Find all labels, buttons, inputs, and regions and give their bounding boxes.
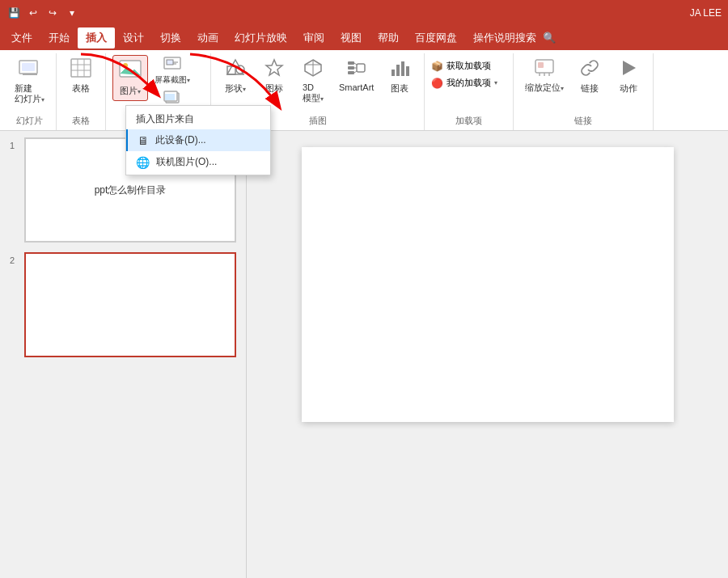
title-bar-left: 💾 ↩ ↪ ▾ xyxy=(6,6,79,20)
menu-item-review[interactable]: 审阅 xyxy=(295,27,332,49)
insert-online-picture[interactable]: 🌐 联机图片(O)... xyxy=(126,151,270,173)
insert-from-device[interactable]: 🖥 此设备(D)... xyxy=(126,129,270,151)
chart-icon xyxy=(390,58,409,81)
title-bar: 💾 ↩ ↪ ▾ JA LEE xyxy=(0,0,728,26)
svg-rect-2 xyxy=(23,74,37,75)
menu-item-view[interactable]: 视图 xyxy=(332,27,370,49)
insert-from-device-label: 此设备(D)... xyxy=(155,133,206,147)
menu-item-file[interactable]: 文件 xyxy=(3,27,40,49)
slide-number-2: 2 xyxy=(10,255,19,265)
svg-rect-36 xyxy=(538,62,544,68)
menu-item-baidu[interactable]: 百度网盘 xyxy=(407,27,465,49)
shapes-icon xyxy=(226,58,245,81)
slide-item-2[interactable]: 2 xyxy=(10,252,236,357)
icons-button[interactable]: 图标 xyxy=(256,55,292,98)
chart-button[interactable]: 图表 xyxy=(382,55,417,98)
ribbon-group-slides-buttons: 新建幻灯片▾ xyxy=(10,55,49,115)
shapes-label: 形状▾ xyxy=(225,82,246,95)
new-slide-button[interactable]: 新建幻灯片▾ xyxy=(10,55,49,108)
menu-item-slideshow[interactable]: 幻灯片放映 xyxy=(226,27,295,49)
main-slide-canvas[interactable] xyxy=(302,147,674,422)
svg-rect-11 xyxy=(167,60,173,65)
menu-item-search[interactable]: 操作说明搜索 🔍 xyxy=(465,27,564,49)
ribbon-group-slides: 新建幻灯片▾ 幻灯片 xyxy=(3,53,57,130)
zoom-button[interactable]: 缩放定位▾ xyxy=(520,55,569,96)
svg-rect-16 xyxy=(165,94,175,100)
canvas-area xyxy=(247,131,728,578)
redo-icon[interactable]: ↪ xyxy=(45,6,60,20)
new-slide-icon xyxy=(19,58,41,82)
icons-icon xyxy=(265,58,284,81)
my-addins-icon: 🔴 xyxy=(431,78,443,89)
smartart-label: SmartArt xyxy=(339,82,374,92)
svg-line-30 xyxy=(354,71,357,73)
3d-model-icon xyxy=(303,58,323,81)
menu-item-design[interactable]: 设计 xyxy=(115,27,152,49)
ribbon: 新建幻灯片▾ 幻灯片 表格 表格 图片▾ xyxy=(0,50,728,131)
smartart-button[interactable]: SmartArt xyxy=(334,55,379,95)
ribbon-group-table: 表格 表格 xyxy=(57,53,106,130)
main-area: 1 ppt怎么制作目录 2 xyxy=(0,131,728,578)
svg-rect-34 xyxy=(406,66,409,76)
link-label: 链接 xyxy=(581,82,599,95)
picture-icon xyxy=(119,59,142,83)
3d-model-button[interactable]: 3D模型▾ xyxy=(295,55,331,107)
menu-item-animation[interactable]: 动画 xyxy=(189,27,226,49)
chart-label: 图表 xyxy=(391,82,408,95)
ribbon-group-addins-label: 加载项 xyxy=(431,115,506,129)
menu-item-insert[interactable]: 插入 xyxy=(78,27,115,49)
my-addins-button[interactable]: 🔴 我的加载项 ▾ xyxy=(431,75,497,91)
menu-item-transition[interactable]: 切换 xyxy=(152,27,189,49)
zoom-label: 缩放定位▾ xyxy=(525,82,564,93)
action-button[interactable]: 动作 xyxy=(611,55,646,98)
svg-line-28 xyxy=(354,63,357,65)
action-label: 动作 xyxy=(620,82,637,95)
ribbon-group-slides-label: 幻灯片 xyxy=(10,115,49,129)
menu-item-help[interactable]: 帮助 xyxy=(370,27,407,49)
undo-icon[interactable]: ↩ xyxy=(26,6,40,20)
svg-rect-3 xyxy=(71,59,91,77)
link-button[interactable]: 链接 xyxy=(572,55,607,98)
screenshot-icon xyxy=(163,57,181,74)
smartart-icon xyxy=(347,58,366,81)
slide-thumb-2-text xyxy=(124,298,137,311)
screenshot-button[interactable]: 屏幕截图▾ xyxy=(151,55,193,87)
3d-model-label: 3D模型▾ xyxy=(303,82,324,103)
svg-marker-20 xyxy=(266,60,282,75)
slide-thumb-2[interactable] xyxy=(24,252,236,357)
ribbon-group-links: 缩放定位▾ 链接 动作 链接 xyxy=(514,53,654,130)
shapes-button[interactable]: 形状▾ xyxy=(218,55,253,98)
slide-number-1: 1 xyxy=(10,141,19,150)
screenshot-label: 屏幕截图▾ xyxy=(154,74,190,86)
customize-icon[interactable]: ▾ xyxy=(65,6,79,20)
svg-marker-40 xyxy=(623,61,636,75)
menu-item-start[interactable]: 开始 xyxy=(40,27,78,49)
table-label: 表格 xyxy=(72,82,90,95)
menu-bar: 文件 开始 插入 设计 切换 动画 幻灯片放映 审阅 视图 帮助 百度网盘 操作… xyxy=(0,26,728,50)
get-addins-label: 获取加载项 xyxy=(447,60,491,72)
ribbon-group-table-buttons: 表格 xyxy=(63,55,99,115)
svg-rect-24 xyxy=(348,61,354,65)
action-icon xyxy=(619,58,638,81)
my-addins-dropdown-icon: ▾ xyxy=(494,79,497,86)
zoom-icon xyxy=(535,58,554,81)
ribbon-group-links-label: 链接 xyxy=(520,115,646,129)
svg-rect-32 xyxy=(396,65,400,76)
slides-panel: 1 ppt怎么制作目录 2 xyxy=(0,131,247,578)
picture-label: 图片▾ xyxy=(120,85,141,97)
new-slide-label: 新建幻灯片▾ xyxy=(15,83,44,104)
ribbon-group-table-label: 表格 xyxy=(63,115,99,129)
svg-rect-1 xyxy=(22,63,35,71)
insert-online-picture-label: 联机图片(O)... xyxy=(156,155,217,169)
get-addins-button[interactable]: 📦 获取加载项 xyxy=(431,58,497,74)
dropdown-header: 插入图片来自 xyxy=(126,108,270,129)
save-icon[interactable]: 💾 xyxy=(6,6,21,20)
my-addins-label: 我的加载项 xyxy=(447,77,491,89)
ribbon-group-addins: 📦 获取加载项 🔴 我的加载项 ▾ 加载项 xyxy=(425,53,514,130)
link-icon xyxy=(580,58,599,81)
online-icon: 🌐 xyxy=(136,156,150,169)
table-button[interactable]: 表格 xyxy=(63,55,99,98)
picture-button[interactable]: 图片▾ xyxy=(112,55,148,101)
svg-rect-33 xyxy=(401,61,404,76)
insert-picture-dropdown: 插入图片来自 🖥 此设备(D)... 🌐 联机图片(O)... xyxy=(125,105,271,175)
